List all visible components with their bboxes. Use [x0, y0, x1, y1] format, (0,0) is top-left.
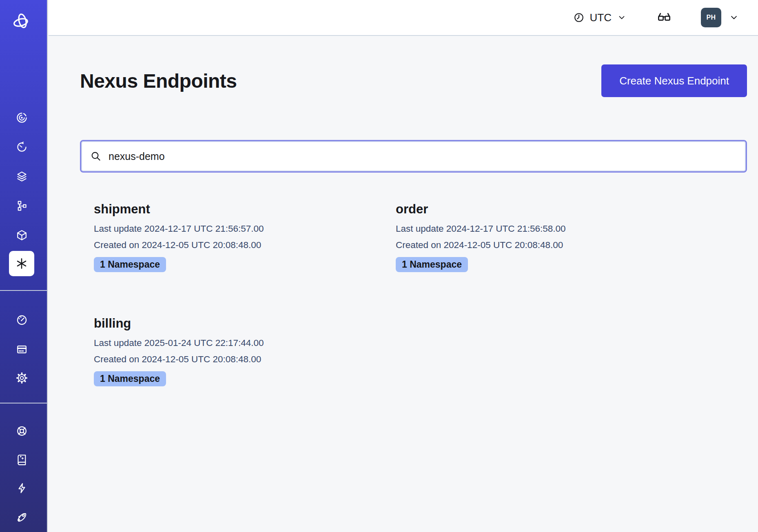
chevron-down-icon [729, 12, 739, 23]
namespace-badge: 1 Namespace [94, 371, 166, 386]
sidebar-item-settings[interactable] [11, 367, 32, 388]
batch-operations-icon [16, 200, 28, 212]
avatar: PH [701, 8, 721, 27]
sidebar-item-batch-operations[interactable] [11, 195, 32, 216]
endpoint-created: Created on 2024-12-05 UTC 20:08:48.00 [94, 237, 396, 253]
sidebar [0, 0, 48, 532]
page-title: Nexus Endpoints [80, 70, 237, 92]
endpoint-name: billing [94, 316, 396, 331]
docs-book-icon [16, 453, 28, 466]
endpoint-last-update: Last update 2024-12-17 UTC 21:56:57.00 [94, 221, 396, 237]
support-lifebuoy-icon [16, 425, 28, 437]
endpoint-created: Created on 2024-12-05 UTC 20:08:48.00 [396, 237, 698, 253]
sidebar-item-workflows[interactable] [11, 107, 32, 128]
endpoint-name: shipment [94, 202, 396, 217]
timezone-label: UTC [590, 11, 612, 24]
clock-icon [573, 12, 585, 23]
endpoint-card-billing[interactable]: billing Last update 2025-01-24 UTC 22:17… [94, 316, 396, 386]
sidebar-divider [0, 403, 48, 403]
topbar: UTC PH [49, 0, 758, 36]
endpoint-name: order [396, 202, 698, 217]
page-header: Nexus Endpoints Create Nexus Endpoint [80, 64, 747, 97]
endpoint-created: Created on 2024-12-05 UTC 20:08:48.00 [94, 351, 396, 368]
temporal-logo[interactable] [10, 11, 33, 33]
endpoint-card-order[interactable]: order Last update 2024-12-17 UTC 21:56:5… [396, 202, 698, 272]
workers-cube-icon [16, 229, 28, 242]
search-icon [90, 151, 102, 162]
usage-gauge-icon [16, 314, 28, 326]
sidebar-item-getting-started[interactable] [11, 506, 32, 527]
sidebar-item-billing[interactable] [11, 339, 32, 360]
temporal-logo-icon [11, 12, 32, 31]
sidebar-item-docs[interactable] [11, 449, 32, 470]
endpoint-last-update: Last update 2025-01-24 UTC 22:17:44.00 [94, 335, 396, 351]
endpoints-grid: shipment Last update 2024-12-17 UTC 21:5… [94, 202, 747, 386]
deployments-layers-icon [16, 170, 28, 183]
endpoint-last-update: Last update 2024-12-17 UTC 21:56:58.00 [396, 221, 698, 237]
sidebar-item-feedback[interactable] [11, 477, 32, 499]
timezone-selector[interactable]: UTC [573, 11, 627, 24]
workflows-spiral-icon [16, 111, 28, 124]
app-root: UTC PH Nexus Endpoints Create Nexus Endp… [0, 0, 758, 532]
main-content: Nexus Endpoints Create Nexus Endpoint sh… [49, 37, 758, 532]
create-nexus-endpoint-button[interactable]: Create Nexus Endpoint [601, 64, 747, 97]
search-input[interactable] [108, 150, 737, 163]
sidebar-item-schedules[interactable] [11, 136, 32, 157]
sidebar-item-nexus-active[interactable] [9, 251, 34, 276]
sidebar-item-deployments[interactable] [11, 166, 32, 187]
sidebar-divider [0, 290, 48, 291]
search-box [80, 140, 747, 173]
settings-gear-icon [16, 372, 28, 384]
getting-started-rocket-icon [16, 510, 28, 523]
billing-card-icon [16, 343, 28, 356]
sidebar-item-usage[interactable] [11, 309, 32, 330]
glasses-icon [657, 10, 672, 25]
nexus-asterisk-icon [15, 257, 29, 270]
schedules-timer-icon [16, 141, 28, 153]
namespace-badge: 1 Namespace [396, 257, 468, 272]
sidebar-item-workers[interactable] [11, 224, 32, 246]
namespace-badge: 1 Namespace [94, 257, 166, 272]
endpoint-card-shipment[interactable]: shipment Last update 2024-12-17 UTC 21:5… [94, 202, 396, 272]
sidebar-item-support[interactable] [11, 420, 32, 441]
feedback-lightning-icon [16, 482, 28, 494]
data-converter-button[interactable] [657, 10, 672, 25]
account-menu[interactable]: PH [701, 8, 739, 27]
chevron-down-icon [617, 13, 627, 22]
